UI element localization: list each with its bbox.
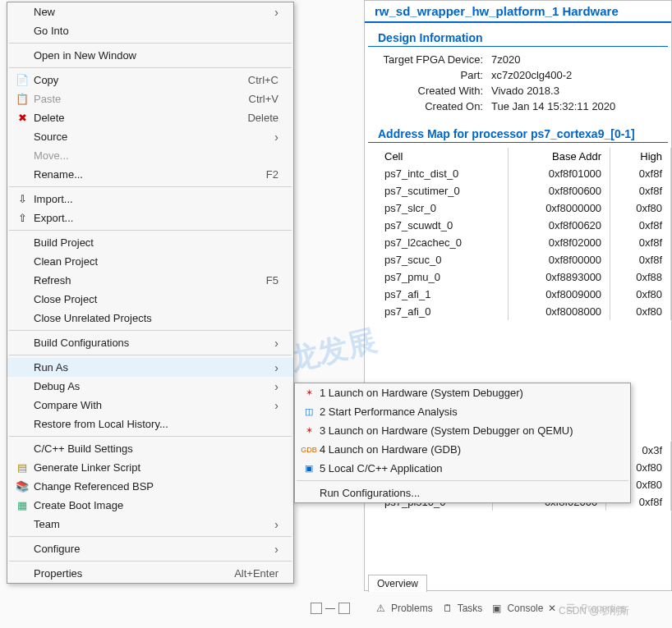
import-icon: ⇩ (11, 193, 34, 205)
view-toolbar: — (311, 603, 350, 614)
tab-overview[interactable]: Overview (368, 575, 427, 592)
linker-icon: ▤ (11, 461, 34, 474)
submenu-start-perf[interactable]: ◫2 Start Performance Analysis (295, 402, 630, 421)
menu-open-new-window[interactable]: Open in New Window (7, 46, 293, 65)
tcf-icon: ✶ (298, 387, 320, 398)
tab-problems[interactable]: ⚠Problems (376, 603, 433, 614)
close-icon[interactable]: ✕ (548, 603, 556, 614)
table-row[interactable]: ps7_scuc_00xf8f000000xf8f (376, 251, 671, 268)
menu-change-bsp[interactable]: 📚Change Referenced BSP (7, 477, 293, 496)
menu-close-unrelated[interactable]: Close Unrelated Projects (7, 309, 293, 328)
console-icon: ▣ (492, 603, 504, 614)
menu-copy[interactable]: 📄CopyCtrl+C (7, 71, 293, 89)
menu-refresh[interactable]: RefreshF5 (7, 271, 293, 290)
c-app-icon: ▣ (298, 463, 320, 474)
tab-tasks[interactable]: 🗒Tasks (443, 603, 483, 614)
info-key-created-with: Created With: (376, 85, 491, 97)
menu-debug-as[interactable]: Debug As (7, 377, 293, 396)
perf-icon: ◫ (298, 406, 320, 417)
run-as-submenu: ✶1 Launch on Hardware (System Debugger) … (294, 383, 631, 503)
info-key-part: Part: (376, 69, 491, 81)
menu-paste: 📋PasteCtrl+V (7, 89, 293, 108)
design-info-grid: Target FPGA Device: 7z020 Part: xc7z020c… (365, 52, 671, 121)
menu-configure[interactable]: Configure (7, 539, 293, 558)
info-val-created-on: Tue Jan 14 15:32:11 2020 (491, 100, 660, 112)
problems-icon: ⚠ (376, 603, 388, 614)
menu-import[interactable]: ⇩Import... (7, 190, 293, 209)
submenu-run-configurations[interactable]: Run Configurations... (295, 484, 630, 502)
menu-close-project[interactable]: Close Project (7, 290, 293, 309)
menu-build-configurations[interactable]: Build Configurations (7, 333, 293, 352)
hardware-title: rw_sd_wrapper_hw_platform_1 Hardware (365, 1, 671, 23)
col-cell: Cell (376, 148, 508, 165)
dash-icon[interactable]: — (325, 603, 335, 614)
delete-icon: ✖ (11, 112, 34, 124)
tasks-icon: 🗒 (443, 603, 454, 614)
export-icon: ⇧ (11, 212, 34, 224)
table-row[interactable]: ps7_afi_00xf80080000xf80 (376, 303, 671, 320)
table-row[interactable]: ps7_l2cachec_00xf8f020000xf8f (376, 234, 671, 251)
info-val-fpga: 7z020 (491, 53, 660, 66)
col-high: High (610, 148, 671, 165)
max-icon[interactable] (338, 603, 350, 614)
table-row[interactable]: ps7_pmu_00xf88930000xf88 (376, 268, 671, 286)
menu-clean-project[interactable]: Clean Project (7, 252, 293, 271)
menu-source[interactable]: Source (7, 127, 293, 146)
bsp-icon: 📚 (11, 480, 34, 493)
menu-new[interactable]: New (7, 2, 293, 21)
address-map-table: Cell Base Addr High ps7_intc_dist_00xf8f… (376, 148, 671, 320)
csdn-watermark: CSDN @邬刚斯 (559, 604, 629, 618)
submenu-launch-gdb[interactable]: GDB4 Launch on Hardware (GDB) (295, 440, 630, 459)
col-base: Base Addr (508, 148, 610, 165)
table-row[interactable]: ps7_intc_dist_00xf8f010000xf8f (376, 165, 671, 182)
menu-team[interactable]: Team (7, 515, 293, 534)
menu-generate-linker[interactable]: ▤Generate Linker Script (7, 458, 293, 477)
min-icon[interactable] (311, 603, 322, 614)
menu-build-project[interactable]: Build Project (7, 233, 293, 252)
table-row[interactable]: ps7_scutimer_00xf8f006000xf8f (376, 182, 671, 199)
menu-compare-with[interactable]: Compare With (7, 396, 293, 415)
context-menu: New Go Into Open in New Window 📄CopyCtrl… (7, 2, 294, 584)
menu-export[interactable]: ⇧Export... (7, 209, 293, 227)
boot-icon: ▦ (11, 499, 34, 511)
menu-restore-history[interactable]: Restore from Local History... (7, 415, 293, 433)
table-row[interactable]: ps7_scuwdt_00xf8f006200xf8f (376, 217, 671, 234)
tcf-icon: ✶ (298, 425, 320, 436)
menu-c-build-settings[interactable]: C/C++ Build Settings (7, 439, 293, 458)
tab-console[interactable]: ▣Console✕ (492, 603, 556, 614)
info-key-created-on: Created On: (376, 100, 491, 112)
paste-icon: 📋 (11, 93, 34, 105)
table-row[interactable]: ps7_afi_10xf80090000xf80 (376, 286, 671, 303)
info-val-created-with: Vivado 2018.3 (491, 85, 660, 97)
info-key-fpga: Target FPGA Device: (376, 53, 491, 66)
menu-create-boot-image[interactable]: ▦Create Boot Image (7, 496, 293, 515)
design-info-heading: Design Information (368, 30, 668, 47)
menu-delete[interactable]: ✖DeleteDelete (7, 108, 293, 127)
submenu-launch-qemu[interactable]: ✶3 Launch on Hardware (System Debugger o… (295, 421, 630, 440)
menu-rename[interactable]: Rename...F2 (7, 165, 293, 184)
submenu-launch-sysdbg[interactable]: ✶1 Launch on Hardware (System Debugger) (295, 383, 630, 402)
copy-icon: 📄 (11, 74, 34, 86)
menu-move: Move... (7, 146, 293, 165)
submenu-local-c-app[interactable]: ▣5 Local C/C++ Application (295, 459, 630, 478)
menu-go-into[interactable]: Go Into (7, 21, 293, 40)
menu-properties[interactable]: PropertiesAlt+Enter (7, 564, 293, 583)
table-row[interactable]: ps7_slcr_00xf80000000xf80 (376, 199, 671, 217)
gdb-icon: GDB (298, 446, 320, 454)
menu-run-as[interactable]: Run As (7, 358, 293, 377)
address-map-heading: Address Map for processor ps7_cortexa9_[… (368, 126, 668, 143)
info-val-part: xc7z020clg400-2 (491, 69, 660, 81)
